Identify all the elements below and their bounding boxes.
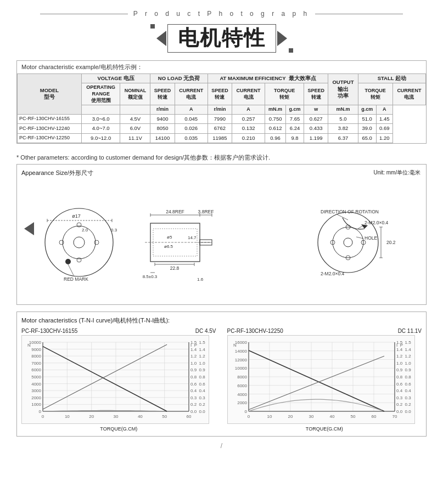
chart1-model: PC-RF-130CHV-16155 — [21, 328, 77, 334]
table-row: PC-RF-130CHV-122404.0~7.06.0V80500.02667… — [18, 124, 426, 133]
me-speed-header: SPEED转速 — [208, 83, 232, 105]
svg-text:ø5: ø5 — [167, 235, 172, 240]
svg-point-7 — [59, 240, 64, 245]
noload-header: NO LOAD 无负荷 — [150, 73, 208, 83]
footer: / — [16, 442, 427, 450]
me-current-header: CURRENT电流 — [232, 83, 265, 105]
other-params: * Other parameters: according to custome… — [16, 150, 427, 164]
arrow-right — [277, 31, 287, 46]
unit-nl-current: A — [175, 105, 208, 115]
deco-arrow-left — [24, 222, 34, 235]
chart1-header: PC-RF-130CHV-16155 DC 4.5V — [21, 328, 216, 334]
svg-point-44 — [344, 238, 352, 247]
svg-text:ø17: ø17 — [72, 213, 81, 219]
chart1-xlabel: TORQUE(G.CM) — [21, 426, 216, 432]
unit-torque-mn: mN.m — [265, 105, 286, 115]
unit-stall-gcm: g.cm — [358, 105, 376, 115]
svg-text:2.0: 2.0 — [82, 228, 88, 233]
voltage-header: VOLTAGE 电压 — [81, 73, 150, 83]
svg-point-11 — [65, 259, 71, 264]
svg-text:8.5±0.3: 8.5±0.3 — [142, 274, 157, 279]
chart2-wrapper: PC-RF-130CHV-12250 DC 11.1V TORQUE(G.CM) — [227, 328, 422, 432]
nl-speed-header: SPEED转速 — [150, 83, 175, 105]
main-content: Motor characteristic example/电机特性示例： MOD… — [0, 60, 443, 450]
svg-text:DIRECTION OF ROTATION: DIRECTION OF ROTATION — [321, 209, 379, 214]
svg-point-43 — [333, 227, 363, 258]
drawing-area: ø17 RED MARK 2.0 0.3 — [21, 179, 422, 300]
model-header: MODEL型号 — [18, 73, 82, 114]
stall-current-header: CURRENT电流 — [392, 83, 425, 105]
svg-text:HOLE: HOLE — [365, 235, 377, 241]
op-range-header: OPERATINGRANGE使用范围 — [81, 83, 120, 105]
chart2-header: PC-RF-130CHV-12250 DC 11.1V — [227, 328, 422, 334]
stall-header: STALL 起动 — [358, 73, 425, 83]
me-speed2-header: SPEED转速 — [304, 83, 328, 105]
svg-point-9 — [77, 223, 81, 227]
unit-nl-speed: r/min — [150, 105, 175, 115]
motor-table-section: Motor characteristic example/电机特性示例： MOD… — [16, 60, 427, 144]
chart1-canvas — [21, 335, 209, 424]
maxeff-header: AT MAXIMUM EFFICIENCY 最大效率点 — [208, 73, 328, 83]
table-section-title: Motor characteristic example/电机特性示例： — [17, 61, 426, 73]
unit-stall-mn: mN.m — [328, 105, 358, 115]
chart1-wrapper: PC-RF-130CHV-16155 DC 4.5V TORQUE(G.CM) — [21, 328, 216, 432]
svg-text:RED MARK: RED MARK — [64, 276, 88, 282]
unit-note: Unit: mm/单位:毫米 — [373, 169, 420, 177]
charts-row: PC-RF-130CHV-16155 DC 4.5V TORQUE(G.CM) … — [21, 328, 422, 432]
svg-text:ø6.5: ø6.5 — [164, 244, 173, 249]
svg-point-5 — [63, 226, 96, 259]
chart-section-title: Motor characteristics (T-N-I curve)/电机特性… — [21, 316, 422, 325]
arrow-left — [156, 31, 166, 46]
svg-text:14.7: 14.7 — [188, 235, 197, 240]
technical-drawing: ø17 RED MARK 2.0 0.3 — [24, 185, 419, 295]
svg-point-10 — [77, 258, 81, 262]
chart2-canvas — [227, 335, 415, 424]
svg-text:1.6: 1.6 — [197, 277, 204, 282]
unit-nominal — [120, 105, 150, 115]
chart2-voltage: DC 11.1V — [398, 328, 422, 334]
svg-text:2-M2.0×0.4: 2-M2.0×0.4 — [365, 220, 389, 225]
corner-square-br — [289, 48, 293, 53]
svg-text:20.2: 20.2 — [386, 240, 396, 245]
motor-table: MODEL型号 VOLTAGE 电压 NO LOAD 无负荷 AT MAXIMU… — [17, 73, 426, 143]
unit-me-speed: r/min — [208, 105, 232, 115]
nl-current-header: CURRENT电流 — [175, 83, 208, 105]
unit-output: w — [304, 105, 328, 115]
chart-section: Motor characteristics (T-N-I curve)/电机特性… — [16, 312, 427, 437]
header-line: P r o d u c t P h o t o g r a p h — [0, 10, 443, 18]
chart2-xlabel: TORQUE(G.CM) — [227, 426, 422, 432]
table-row: PC-RF-130CHV-122509.0~12.011.1V141000.03… — [18, 133, 426, 143]
unit-op-range — [81, 105, 120, 115]
corner-square-tl — [150, 24, 155, 29]
appearance-section: Appearance Size/外形尺寸 Unit: mm/单位:毫米 ø17 — [16, 164, 427, 305]
unit-me-current: A — [232, 105, 265, 115]
chart1-voltage: DC 4.5V — [195, 328, 216, 334]
svg-text:3.8REF: 3.8REF — [198, 209, 214, 214]
header: P r o d u c t P h o t o g r a p h — [0, 0, 443, 20]
svg-line-55 — [337, 214, 348, 220]
chart2-model: PC-RF-130CHV-12250 — [227, 328, 283, 334]
svg-point-6 — [74, 237, 85, 248]
stall-torque-header: TORQUE转矩 — [358, 83, 392, 105]
output-header: OUTPUT输出功率 — [328, 73, 358, 105]
page-title: 电机特性 — [167, 24, 276, 53]
svg-text:24.8REF: 24.8REF — [166, 209, 184, 214]
svg-text:0.3: 0.3 — [111, 228, 117, 233]
me-torque-header: TORQUE转矩 — [265, 83, 304, 105]
svg-text:22.8: 22.8 — [170, 265, 179, 271]
svg-line-12 — [68, 264, 74, 275]
unit-stall-current: A — [376, 105, 392, 115]
unit-torque-gcm: g.cm — [285, 105, 304, 115]
svg-text:2-M2.0×0.4: 2-M2.0×0.4 — [321, 271, 345, 276]
svg-point-8 — [94, 240, 99, 245]
appearance-title: Appearance Size/外形尺寸 — [21, 169, 422, 177]
header-text: P r o d u c t P h o t o g r a p h — [128, 10, 315, 18]
table-row: PC-RF-130CHV-161553.0~6.04.5V94000.04579… — [18, 114, 426, 123]
nominal-header: NOMNAL额定值 — [120, 83, 150, 105]
